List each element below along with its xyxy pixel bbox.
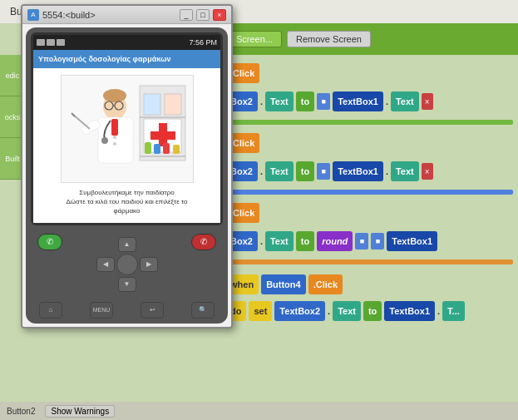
phone-app-bar: Υπολογισμός δοσολογίας φαρμάκων: [33, 50, 220, 68]
block-row-2: .Click: [225, 131, 513, 155]
dot-2b: .: [386, 166, 388, 176]
block-row-3: .Click: [225, 201, 513, 225]
svg-rect-22: [154, 144, 160, 154]
svg-rect-5: [150, 131, 175, 140]
phone-bottom-buttons: ⌂ MENU ↩ 🔍: [31, 302, 223, 319]
phone-instruction-text: Συμβουλευτήκαμε την παιδίατρο Δώστε τα κ…: [62, 188, 190, 216]
event-text2-block[interactable]: T...: [442, 301, 465, 321]
svg-point-9: [103, 89, 126, 102]
connector-2: ■: [317, 163, 330, 180]
nav-up[interactable]: ▲: [118, 237, 136, 252]
svg-point-18: [101, 137, 108, 144]
minimize-button[interactable]: _: [180, 9, 193, 21]
text-result-2[interactable]: Text: [391, 161, 419, 181]
event-text-block[interactable]: Text: [333, 301, 361, 321]
window-title: 5554:<build>: [42, 10, 176, 20]
dot-1b: .: [386, 96, 388, 106]
event-click-block[interactable]: .Click: [308, 274, 343, 294]
blocks-container: .Click Box2 . Text to ■ TextBox1 . Text …: [220, 55, 518, 420]
svg-rect-14: [111, 119, 118, 136]
green-toolbar: Screen... Remove Screen: [220, 23, 518, 55]
dot-1: .: [260, 96, 263, 106]
nav-cluster: ▲ ◀ ▶ ▼: [96, 237, 158, 292]
phone-content: Συμβουλευτήκαμε την παιδίατρο Δώστε τα κ…: [33, 68, 220, 223]
menu-button[interactable]: MENU: [90, 302, 113, 319]
wifi-icon: [47, 39, 55, 46]
screen-button[interactable]: Screen...: [227, 31, 282, 47]
end-button[interactable]: ✆: [191, 234, 216, 250]
remove-screen-button[interactable]: Remove Screen: [287, 31, 371, 47]
close-btn-2[interactable]: ×: [422, 163, 433, 180]
home-button[interactable]: ⌂: [39, 302, 62, 319]
block-row-3-detail: Box2 . Text to round ■ ■ TextBox1: [225, 230, 513, 253]
phone-statusbar: 7:56 PM: [33, 35, 220, 50]
to-block-2[interactable]: to: [296, 161, 314, 181]
event-textbox1-block[interactable]: TextBox1: [384, 301, 435, 321]
svg-line-16: [73, 115, 90, 129]
block-row-1-detail: Box2 . Text to ■ TextBox1 . Text ×: [225, 90, 513, 113]
dot-2: .: [260, 166, 263, 176]
block-row-1: .Click: [225, 62, 513, 85]
to-block-3[interactable]: to: [296, 231, 314, 251]
doctor-svg: [65, 77, 190, 181]
svg-line-17: [72, 113, 75, 116]
bottom-bar: Button2 Show Warnings: [0, 402, 518, 420]
maximize-button[interactable]: □: [196, 9, 210, 21]
textbox2-block[interactable]: TextBox2: [274, 301, 325, 321]
block-row-2-detail: Box2 . Text to ■ TextBox1 . Text ×: [225, 160, 513, 183]
phone-app-title: Υπολογισμός δοσολογίας φαρμάκων: [38, 55, 171, 63]
text-block-3[interactable]: Text: [265, 231, 294, 251]
do-row: do set TextBox2 . Text to TextBox1 . T..…: [225, 299, 513, 323]
battery-icon: [57, 39, 65, 46]
connector-1: ■: [317, 93, 330, 110]
event-row: when Button4 .Click: [225, 274, 513, 294]
dot-event2: .: [437, 306, 440, 316]
nav-left[interactable]: ◀: [96, 257, 115, 272]
round-block[interactable]: round: [317, 231, 353, 251]
text-block-2[interactable]: Text: [265, 161, 294, 181]
text-block-1[interactable]: Text: [265, 91, 294, 111]
bar-3: [225, 259, 513, 264]
doctor-image: [61, 75, 194, 183]
button4-block[interactable]: Button4: [261, 274, 306, 294]
connector-3b: ■: [371, 233, 384, 250]
phone-screen: 7:56 PM Υπολογισμός δοσολογίας φαρμάκων: [31, 32, 223, 225]
signal-icon: [37, 39, 45, 46]
phone-body: 7:56 PM Υπολογισμός δοσολογίας φαρμάκων: [26, 27, 228, 324]
svg-rect-2: [165, 94, 181, 115]
svg-rect-24: [173, 145, 180, 154]
close-button[interactable]: ×: [213, 9, 226, 21]
bar-1: [225, 120, 513, 125]
bar-2: [225, 190, 513, 195]
back-button[interactable]: ↩: [141, 302, 164, 319]
set-block[interactable]: set: [249, 301, 272, 321]
textbox1-block-3[interactable]: TextBox1: [387, 231, 437, 251]
status-time: 7:56 PM: [189, 38, 217, 47]
svg-rect-15: [80, 119, 100, 136]
svg-point-20: [113, 142, 116, 146]
status-icons: [37, 39, 65, 46]
emulator-titlebar: A 5554:<build> _ □ ×: [22, 6, 231, 24]
show-warnings-button[interactable]: Show Warnings: [45, 405, 115, 418]
nav-down[interactable]: ▼: [118, 277, 136, 292]
call-button[interactable]: ✆: [37, 234, 62, 250]
textbox1-block-2[interactable]: TextBox1: [333, 161, 383, 181]
app-icon: A: [27, 9, 39, 21]
button2-label: Button2: [7, 407, 35, 416]
close-btn-1[interactable]: ×: [422, 93, 433, 110]
textbox1-block-1[interactable]: TextBox1: [333, 91, 383, 111]
nav-center[interactable]: [116, 254, 138, 275]
svg-rect-21: [145, 142, 151, 154]
svg-rect-1: [144, 94, 160, 115]
dot-3: .: [260, 236, 263, 246]
search-button[interactable]: 🔍: [191, 302, 215, 319]
text-result-1[interactable]: Text: [391, 91, 419, 111]
connector-3: ■: [355, 233, 368, 250]
to-block-1[interactable]: to: [296, 91, 314, 111]
emulator-window: A 5554:<build> _ □ × 7:56 PM Υπολογισμός…: [21, 4, 233, 329]
svg-rect-23: [163, 143, 170, 154]
dot-event: .: [328, 306, 330, 316]
phone-call-buttons: ✆ ▲ ◀ ▶ ▼ ✆: [31, 230, 223, 299]
nav-right[interactable]: ▶: [140, 257, 158, 272]
event-to-block[interactable]: to: [363, 301, 382, 321]
